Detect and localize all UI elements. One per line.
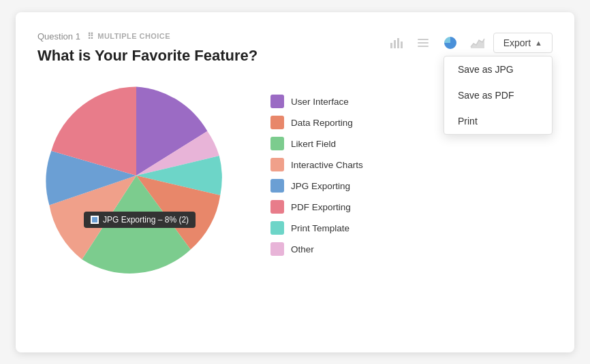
legend-swatch — [270, 95, 284, 108]
question-label: Question 1 — [37, 31, 80, 42]
svg-rect-0 — [390, 43, 392, 48]
list-icon[interactable] — [412, 31, 435, 54]
legend-label: Print Template — [291, 223, 350, 233]
save-jpg-item[interactable]: Save as JPG — [444, 56, 552, 82]
legend-label: Data Reporting — [291, 118, 353, 128]
legend-item: PDF Exporting — [270, 200, 553, 214]
badge-text: MULTIPLE CHOICE — [97, 32, 170, 40]
legend-swatch — [270, 158, 284, 171]
legend-item: JPG Exporting — [270, 179, 553, 193]
bar-chart-icon[interactable] — [384, 31, 407, 54]
svg-rect-5 — [418, 42, 429, 44]
legend-item: Likert Field — [270, 137, 553, 150]
legend-label: PDF Exporting — [291, 202, 351, 212]
legend-swatch — [270, 242, 284, 256]
legend-item: Other — [270, 242, 553, 256]
legend-item: Interactive Charts — [270, 158, 553, 171]
svg-rect-3 — [401, 42, 403, 48]
legend-swatch — [270, 179, 284, 193]
export-chevron-icon: ▲ — [535, 39, 542, 47]
legend-swatch — [270, 200, 284, 214]
badge-icon: ⠿ — [87, 31, 94, 42]
legend-label: JPG Exporting — [291, 181, 350, 191]
svg-rect-2 — [397, 38, 399, 48]
toolbar: Export ▲ Save as JPG Save as PDF Print — [384, 31, 553, 54]
export-button[interactable]: Export ▲ — [493, 33, 553, 53]
export-container: Export ▲ Save as JPG Save as PDF Print — [493, 33, 553, 53]
legend-swatch — [270, 221, 284, 235]
legend-swatch — [270, 137, 284, 150]
svg-rect-4 — [418, 39, 429, 40]
pie-chart-icon[interactable] — [439, 31, 462, 54]
save-pdf-item[interactable]: Save as PDF — [444, 82, 552, 108]
area-chart-icon[interactable] — [466, 31, 489, 54]
legend-swatch — [270, 116, 284, 129]
export-label: Export — [503, 37, 531, 48]
print-item[interactable]: Print — [444, 108, 552, 134]
export-dropdown: Save as JPG Save as PDF Print — [444, 56, 553, 135]
legend-label: Other — [291, 244, 314, 254]
legend-label: Likert Field — [291, 139, 336, 149]
multiple-choice-badge: ⠿ MULTIPLE CHOICE — [87, 31, 170, 42]
svg-rect-6 — [418, 46, 429, 47]
svg-rect-1 — [394, 40, 396, 48]
legend-label: Interactive Charts — [291, 160, 363, 170]
survey-card: Question 1 ⠿ MULTIPLE CHOICE What is You… — [16, 12, 574, 352]
pie-chart: JPG Exporting – 8% (2) — [37, 77, 235, 274]
legend-label: User Interface — [291, 97, 349, 107]
legend-item: Print Template — [270, 221, 553, 235]
